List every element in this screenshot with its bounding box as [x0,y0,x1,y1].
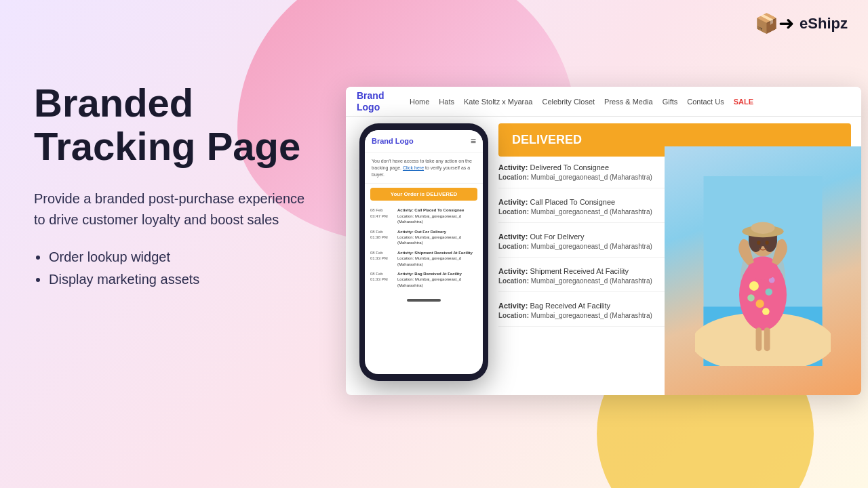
svg-rect-21 [764,327,770,351]
phone-notice-link[interactable]: Click here [403,165,424,170]
svg-point-10 [762,308,770,315]
fashion-figure-svg [695,176,831,366]
svg-point-7 [756,300,764,308]
phone-delivered-banner: Your Order is DELIVERED [370,188,477,201]
nav-contact[interactable]: Contact Us [687,98,724,106]
phone-track-item-4: 08 Feb 01:33 PM Activity: Bag Received A… [370,271,477,288]
main-subtitle: Provide a branded post-purchase experien… [34,188,319,230]
svg-point-18 [757,240,760,244]
features-list: Order lookup widget Display marketing as… [34,249,319,287]
fashion-image-panel [665,146,861,395]
left-content: Branded Tracking Page Provide a branded … [34,81,319,294]
phone-home-indicator [365,295,483,306]
phone-track-item-3: 08 Feb 01:33 PM Activity: Shipment Recei… [370,250,477,267]
svg-rect-20 [756,327,762,351]
nav-home[interactable]: Home [410,98,429,106]
phone-track-item-1: 08 Feb 03:47 PM Activity: Call Placed To… [370,207,477,224]
phone-mockup: Brand Logo ≡ You don't have access to ta… [359,123,488,381]
browser-mockup: BrandLogo Home Hats Kate Stoltz x Myaraa… [346,87,861,395]
browser-navbar: BrandLogo Home Hats Kate Stoltz x Myaraa… [346,87,861,117]
eshipz-logo-text: eShipz [800,15,848,33]
desktop-delivered-text: DELIVERED [512,133,582,146]
phone-track-item-2: 08 Feb 01:38 PM Activity: Out For Delive… [370,229,477,246]
phone-home-bar [407,299,441,302]
title-line1: Branded [34,81,193,125]
svg-point-19 [766,240,769,244]
phone-tracking-list: 08 Feb 03:47 PM Activity: Call Placed To… [365,205,483,295]
feature-item-1: Order lookup widget [49,249,319,265]
eshipz-logo-icon: 📦➜ [755,12,794,35]
browser-content: Brand Logo ≡ You don't have access to ta… [346,117,861,395]
phone-brand-logo: Brand Logo [372,137,414,145]
title-line2: Tracking Page [34,124,300,168]
svg-point-5 [749,281,759,290]
phone-delivered-text: Your Order is DELIVERED [376,191,472,197]
svg-point-9 [747,294,755,302]
svg-point-17 [751,222,775,234]
nav-hats[interactable]: Hats [439,98,454,106]
nav-sale[interactable]: SALE [734,98,753,106]
nav-kate[interactable]: Kate Stoltz x Myaraa [464,98,533,106]
browser-nav-links: Home Hats Kate Stoltz x Myaraa Celebrity… [410,98,850,106]
nav-celebrity[interactable]: Celebrity Closet [542,98,595,106]
nav-gifts[interactable]: Gifts [663,98,678,106]
phone-header: Brand Logo ≡ [365,130,483,152]
phone-screen: Brand Logo ≡ You don't have access to ta… [365,130,483,374]
eshipz-logo: 📦➜ eShipz [755,12,848,35]
nav-press[interactable]: Press & Media [604,98,653,106]
main-title: Branded Tracking Page [34,81,319,168]
fashion-image [665,146,861,395]
phone-hamburger-icon[interactable]: ≡ [471,136,476,146]
svg-point-6 [766,288,773,296]
phone-notice: You don't have access to take any action… [365,152,483,184]
browser-brand-logo: BrandLogo [357,90,397,113]
feature-item-2: Display marketing assets [49,272,319,287]
